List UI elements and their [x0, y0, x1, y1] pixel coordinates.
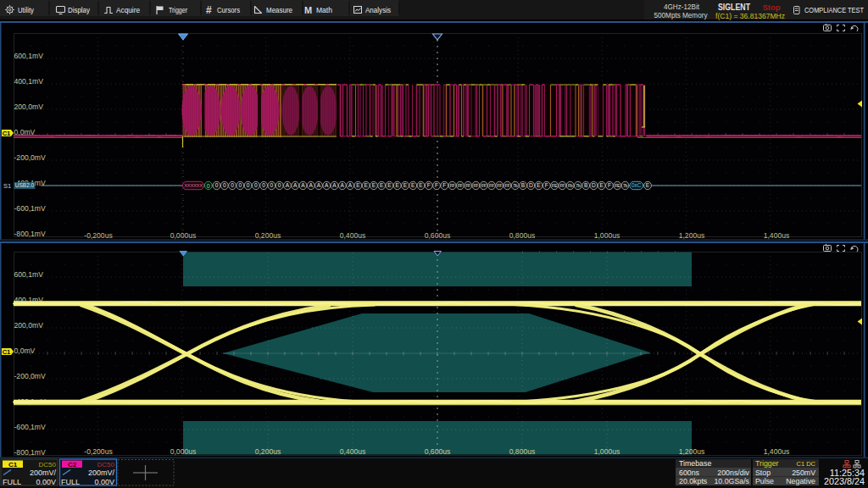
svg-text:DC50: DC50 — [97, 461, 115, 469]
svg-text:FE: FE — [552, 183, 558, 188]
svg-text:F: F — [435, 182, 438, 188]
svg-text:E: E — [372, 182, 376, 188]
svg-text:FF: FF — [481, 183, 487, 188]
svg-text:E: E — [599, 182, 604, 188]
svg-text:FF: FF — [489, 183, 494, 188]
svg-text:0,400us: 0,400us — [340, 447, 366, 456]
svg-text:Measure: Measure — [266, 5, 292, 14]
svg-text:FF: FF — [505, 183, 510, 188]
svg-text:Trigger: Trigger — [755, 459, 779, 468]
svg-text:C1: C1 — [3, 348, 11, 356]
svg-text:0: 0 — [278, 182, 281, 188]
svg-text:FF: FF — [458, 183, 463, 188]
svg-text:A: A — [332, 182, 337, 188]
svg-text:0,800us: 0,800us — [509, 447, 536, 456]
svg-text:0: 0 — [231, 182, 234, 188]
svg-text:0: 0 — [247, 182, 250, 188]
svg-text:E: E — [537, 182, 541, 188]
svg-text:600,1mV: 600,1mV — [14, 270, 44, 279]
svg-text:0,400us: 0,400us — [340, 231, 366, 240]
svg-text:7b: 7b — [623, 183, 628, 188]
svg-text:FE: FE — [615, 183, 620, 188]
svg-text:Negative: Negative — [786, 477, 815, 485]
svg-text:Stop: Stop — [755, 469, 771, 477]
svg-text:F: F — [427, 182, 431, 188]
svg-text:C1 DC: C1 DC — [796, 460, 815, 468]
svg-text:DC50: DC50 — [39, 461, 57, 469]
svg-text:1,400us: 1,400us — [764, 447, 790, 456]
svg-text:0,000us: 0,000us — [170, 447, 197, 456]
svg-text:1,200us: 1,200us — [679, 231, 705, 240]
svg-text:F: F — [442, 182, 446, 188]
svg-text:-200,0mV: -200,0mV — [14, 153, 47, 162]
svg-text:0: 0 — [223, 182, 226, 188]
svg-text:E: E — [364, 182, 368, 188]
svg-text:200,0mV: 200,0mV — [14, 103, 44, 111]
svg-text:200mV/: 200mV/ — [88, 469, 115, 477]
svg-text:7b: 7b — [513, 183, 518, 188]
svg-text:1,200us: 1,200us — [679, 447, 705, 456]
svg-text:250mV: 250mV — [792, 469, 815, 477]
svg-text:A: A — [309, 182, 314, 188]
svg-text:M: M — [304, 5, 312, 15]
svg-text:FULL: FULL — [61, 478, 80, 486]
svg-text:B: B — [584, 182, 588, 188]
svg-text:Display: Display — [68, 5, 90, 14]
svg-text:200ns/div: 200ns/div — [717, 469, 749, 477]
svg-text:7b: 7b — [576, 183, 581, 188]
svg-text:200mV/: 200mV/ — [30, 469, 57, 477]
svg-text:0: 0 — [207, 183, 210, 189]
svg-text:0.00V: 0.00V — [36, 478, 56, 486]
svg-text:-800,1mV: -800,1mV — [14, 230, 47, 238]
svg-text:1,400us: 1,400us — [764, 231, 790, 240]
svg-text:A: A — [317, 182, 321, 188]
svg-text:FULL: FULL — [3, 478, 21, 486]
svg-text:10.0GSa/s: 10.0GSa/s — [714, 477, 749, 485]
svg-text:A: A — [348, 182, 353, 188]
svg-text:E: E — [387, 182, 392, 188]
svg-text:Math: Math — [316, 5, 332, 14]
svg-text:0,600us: 0,600us — [425, 447, 451, 456]
svg-text:USB2.0: USB2.0 — [15, 182, 35, 188]
svg-text:Timebase: Timebase — [679, 459, 711, 468]
svg-text:E: E — [419, 182, 423, 188]
svg-text:F: F — [608, 182, 611, 188]
svg-text:FF: FF — [450, 183, 455, 188]
svg-text:0,0mV: 0,0mV — [14, 347, 36, 355]
svg-text:A: A — [325, 182, 329, 188]
svg-text:1,000us: 1,000us — [594, 447, 620, 456]
svg-text:0: 0 — [254, 182, 258, 188]
svg-text:0,200us: 0,200us — [255, 447, 281, 456]
svg-text:Fb: Fb — [568, 183, 573, 188]
svg-text:C1: C1 — [8, 461, 18, 469]
svg-text:-0,200us: -0,200us — [84, 447, 112, 456]
svg-text:B: B — [521, 182, 526, 188]
svg-text:F: F — [545, 182, 548, 188]
svg-text:600ns: 600ns — [679, 469, 700, 477]
svg-text:500Mpts Memory: 500Mpts Memory — [654, 11, 708, 19]
svg-text:0: 0 — [238, 182, 242, 188]
svg-text:0: 0 — [270, 182, 274, 188]
svg-text:600,1mV: 600,1mV — [14, 52, 44, 60]
svg-text:Stop: Stop — [762, 3, 780, 12]
svg-text:E: E — [395, 182, 399, 188]
svg-text:-800,1mV: -800,1mV — [14, 448, 47, 457]
svg-text:4GHz-12Bit: 4GHz-12Bit — [664, 3, 699, 11]
svg-text:A: A — [286, 182, 290, 188]
svg-text:XXXXXX: XXXXXX — [184, 183, 203, 188]
svg-text:-600,1mV: -600,1mV — [14, 423, 47, 431]
svg-text:A: A — [293, 182, 298, 188]
svg-text:D: D — [529, 182, 533, 188]
svg-text:FF: FF — [474, 183, 479, 188]
svg-text:1,000us: 1,000us — [594, 231, 620, 240]
svg-text:E: E — [411, 182, 415, 188]
svg-text:A: A — [301, 182, 305, 188]
svg-text:E: E — [646, 182, 650, 188]
svg-text:A: A — [341, 182, 345, 188]
svg-text:S1: S1 — [3, 182, 11, 190]
svg-text:D: D — [592, 182, 596, 188]
svg-text:FF: FF — [559, 183, 565, 188]
svg-text:Utility: Utility — [18, 5, 34, 14]
svg-text:E: E — [403, 182, 408, 188]
svg-text:FF: FF — [497, 183, 502, 188]
